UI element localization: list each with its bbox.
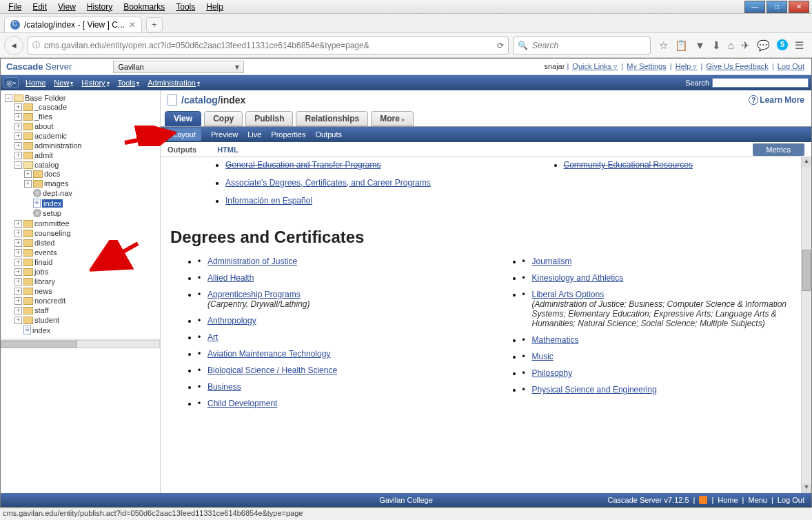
quick-links[interactable]: Quick Links ▿ — [572, 62, 618, 70]
tree-folder[interactable]: academic — [34, 132, 67, 140]
tree-folder[interactable]: administration — [34, 141, 81, 150]
subnav-outputs[interactable]: Outputs — [315, 130, 342, 139]
output-format[interactable]: HTML — [217, 146, 238, 154]
tree-folder[interactable]: committee — [34, 219, 70, 228]
window-maximize[interactable]: □ — [767, 1, 787, 13]
menu-tools[interactable]: Tools — [170, 1, 201, 13]
logout-link[interactable]: Log Out — [778, 62, 804, 70]
nav-home[interactable]: Home — [26, 79, 45, 87]
tab-publish[interactable]: Publish — [245, 111, 293, 126]
cascade-swirl-icon[interactable]: ◎» — [3, 77, 19, 88]
new-tab-button[interactable]: + — [146, 17, 163, 32]
my-settings[interactable]: My Settings — [627, 62, 666, 70]
degree-link[interactable]: Child Development — [207, 399, 277, 408]
search-input[interactable] — [532, 41, 646, 50]
content-link[interactable]: Información en Español — [225, 196, 312, 206]
degree-link[interactable]: Aviation Maintenance Technology — [207, 349, 330, 359]
tab-copy[interactable]: Copy — [204, 111, 243, 126]
identity-icon[interactable]: ⓘ — [32, 40, 40, 50]
degree-link[interactable]: Allied Health — [207, 273, 254, 283]
degree-link[interactable]: Anthropology — [207, 316, 256, 326]
tree-folder[interactable]: library — [34, 277, 55, 286]
menu-history[interactable]: History — [81, 1, 118, 13]
degree-link[interactable]: Business — [207, 382, 241, 392]
tree-page-root-index[interactable]: index — [32, 326, 50, 334]
nav-history[interactable]: History▾ — [81, 79, 109, 87]
learn-more-link[interactable]: ?Learn More — [749, 95, 804, 105]
content-link[interactable]: General Education and Transfer Programs — [225, 160, 380, 170]
menu-bookmarks[interactable]: Bookmarks — [118, 1, 170, 13]
home-icon[interactable]: ⌂ — [728, 39, 734, 52]
menu-file[interactable]: File — [3, 1, 27, 13]
menu-help[interactable]: Help — [201, 1, 229, 13]
tab-close-icon[interactable]: ✕ — [129, 20, 136, 30]
nav-search-input[interactable] — [712, 78, 809, 88]
degree-link[interactable]: Apprenticeship Programs — [207, 290, 301, 299]
tree-folder-docs[interactable]: docs — [44, 170, 60, 178]
degree-link[interactable]: Philosophy — [532, 368, 573, 378]
pocket-icon[interactable]: ▼ — [695, 39, 705, 52]
help-link[interactable]: Help ▿ — [676, 62, 698, 70]
skype-icon[interactable]: S — [777, 39, 788, 50]
reload-icon[interactable]: ⟳ — [497, 41, 504, 50]
tab-view[interactable]: View — [165, 111, 201, 126]
site-selector[interactable]: Gavilan ▼ — [113, 61, 244, 73]
tree-folder-catalog[interactable]: catalog — [34, 161, 59, 169]
hamburger-menu-icon[interactable]: ☰ — [795, 39, 804, 52]
url-bar[interactable]: ⓘ ⟳ — [28, 37, 509, 54]
tree-page-index[interactable]: index — [42, 199, 63, 208]
bookmark-star-icon[interactable]: ☆ — [659, 39, 668, 52]
tree-folder[interactable]: noncredit — [34, 297, 65, 305]
degree-link[interactable]: Music — [532, 352, 554, 361]
tree-folder[interactable]: events — [34, 248, 57, 257]
subnav-live[interactable]: Live — [247, 130, 261, 139]
tree-folder[interactable]: disted — [34, 239, 54, 247]
footer-logout[interactable]: Log Out — [778, 496, 804, 504]
url-input[interactable] — [44, 41, 493, 50]
downloads-icon[interactable]: ⬇ — [712, 39, 721, 52]
tree-folder-images[interactable]: images — [44, 179, 68, 188]
tree-folder[interactable]: finaid — [34, 258, 52, 266]
back-button[interactable]: ◄ — [4, 36, 23, 55]
chat-icon[interactable]: 💬 — [757, 39, 770, 52]
tree-folder[interactable]: admit — [34, 151, 53, 159]
tree-folder[interactable]: news — [34, 287, 52, 295]
tree-folder[interactable]: _files — [34, 112, 52, 121]
tab-relationships[interactable]: Relationships — [296, 111, 368, 126]
tree-folder[interactable]: counseling — [34, 229, 71, 237]
content-vscroll[interactable]: ▲ ▼ — [801, 157, 811, 493]
tree-folder[interactable]: _cascade — [34, 103, 67, 111]
footer-home[interactable]: Home — [718, 496, 738, 504]
degree-link[interactable]: Biological Science / Health Science — [207, 366, 337, 375]
subnav-preview[interactable]: Preview — [211, 130, 238, 139]
degree-link[interactable]: Mathematics — [532, 335, 579, 345]
browser-tab[interactable]: /catalog/index - [ View ] C... ✕ — [4, 17, 142, 32]
menu-edit[interactable]: Edit — [27, 1, 52, 13]
window-close[interactable]: ✕ — [789, 1, 809, 13]
degree-link[interactable]: Kinesiology and Athletics — [532, 273, 624, 283]
window-minimize[interactable]: — — [744, 1, 765, 13]
menu-view[interactable]: View — [52, 1, 81, 13]
tree-folder[interactable]: about — [34, 122, 54, 130]
rss-icon[interactable] — [699, 496, 707, 504]
degree-link[interactable]: Physical Science and Engineering — [532, 385, 657, 394]
degree-link[interactable]: Art — [207, 332, 218, 342]
degree-link[interactable]: Liberal Arts Options — [532, 290, 605, 299]
tree-folder[interactable]: student — [34, 316, 59, 324]
nav-admin[interactable]: Administration▾ — [148, 79, 200, 87]
folder-tree[interactable]: −Base Folder +_cascade+_files+about+acad… — [1, 90, 161, 493]
browser-search[interactable]: 🔍 — [513, 37, 651, 54]
tree-config-deptnav[interactable]: dept-nav — [43, 189, 72, 197]
footer-menu[interactable]: Menu — [748, 496, 767, 504]
content-preview[interactable]: General Education and Transfer ProgramsA… — [161, 157, 801, 493]
clipboard-icon[interactable]: 📋 — [675, 39, 688, 52]
feedback-link[interactable]: Give Us Feedback — [706, 62, 768, 70]
nav-tools[interactable]: Tools▾ — [118, 79, 140, 87]
degree-link[interactable]: Administration of Justice — [207, 257, 297, 266]
tree-root[interactable]: Base Folder — [25, 94, 65, 102]
content-link[interactable]: Community Educational Resources — [564, 160, 693, 170]
degree-link[interactable]: Journalism — [532, 257, 572, 266]
content-link[interactable]: Associate's Degrees, Certificates, and C… — [225, 178, 431, 188]
tree-folder[interactable]: staff — [34, 306, 49, 314]
subnav-properties[interactable]: Properties — [271, 130, 305, 139]
